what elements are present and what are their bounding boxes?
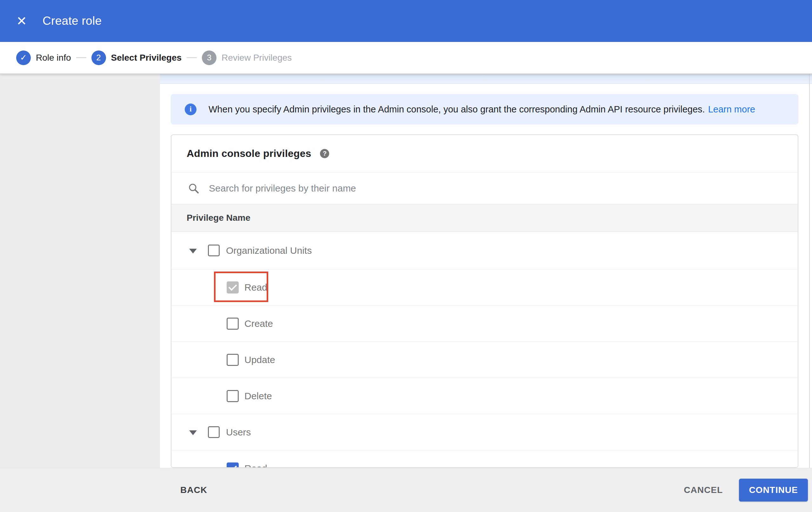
- step-role-info[interactable]: ✓ Role info: [16, 51, 71, 65]
- privilege-table-header: Privilege Name: [171, 204, 798, 232]
- left-sidebar: [0, 74, 160, 468]
- privilege-label: Create: [244, 318, 273, 329]
- step-label: Role info: [36, 53, 71, 63]
- scroll-edge-line: [809, 74, 810, 468]
- highlight-box: [214, 272, 268, 302]
- privilege-label: Users: [226, 427, 251, 438]
- help-icon[interactable]: ?: [320, 149, 329, 158]
- step-number: 3: [202, 51, 216, 65]
- row-ou-create: Create: [171, 305, 798, 342]
- expand-caret-icon[interactable]: [189, 430, 197, 435]
- back-button[interactable]: BACK: [180, 485, 207, 495]
- users-checkbox[interactable]: [208, 426, 220, 438]
- dialog-titlebar: ✕ Create role: [0, 0, 812, 42]
- organizational-units-checkbox[interactable]: [208, 245, 220, 256]
- privilege-label: Organizational Units: [226, 245, 312, 256]
- row-organizational-units: Organizational Units: [171, 232, 798, 269]
- delete-checkbox[interactable]: [227, 390, 239, 402]
- privilege-label: Update: [244, 354, 275, 365]
- step-label: Select Privileges: [111, 53, 182, 63]
- step-number: 2: [91, 51, 106, 65]
- dialog-title: Create role: [42, 14, 102, 28]
- privilege-label: Delete: [244, 391, 272, 402]
- step-separator: [187, 57, 197, 58]
- row-users-read: Read: [171, 450, 798, 468]
- row-ou-delete: Delete: [171, 378, 798, 414]
- row-ou-update: Update: [171, 342, 798, 378]
- row-ou-read: Read: [171, 269, 798, 305]
- learn-more-link[interactable]: Learn more: [708, 104, 755, 115]
- info-banner: i When you specify Admin privileges in t…: [171, 94, 799, 125]
- cancel-button[interactable]: CANCEL: [684, 485, 723, 495]
- privilege-label: Read: [244, 463, 267, 468]
- card-title: Admin console privileges: [187, 148, 311, 159]
- search-icon: [188, 183, 199, 194]
- step-separator: [76, 57, 86, 58]
- create-checkbox[interactable]: [227, 318, 239, 330]
- card-header: Admin console privileges ?: [171, 135, 798, 172]
- continue-button[interactable]: CONTINUE: [739, 479, 808, 502]
- admin-privileges-card: Admin console privileges ? Search for pr…: [171, 134, 799, 468]
- step-label: Review Privileges: [222, 53, 292, 63]
- users-read-checkbox[interactable]: [227, 462, 239, 468]
- step-select-privileges[interactable]: 2 Select Privileges: [91, 51, 182, 65]
- step-check-icon: ✓: [16, 51, 31, 65]
- search-placeholder: Search for privileges by their name: [209, 183, 356, 194]
- content-top-strip: [160, 74, 812, 84]
- read-checkbox[interactable]: [227, 281, 239, 294]
- step-review-privileges[interactable]: 3 Review Privileges: [202, 51, 292, 65]
- action-bar: BACK CANCEL CONTINUE: [0, 468, 812, 512]
- privilege-search[interactable]: Search for privileges by their name: [171, 172, 798, 204]
- banner-text: When you specify Admin privileges in the…: [208, 104, 705, 115]
- update-checkbox[interactable]: [227, 354, 239, 366]
- row-users: Users: [171, 414, 798, 450]
- column-header-privilege-name: Privilege Name: [187, 213, 251, 223]
- expand-caret-icon[interactable]: [189, 249, 197, 253]
- info-icon: i: [185, 104, 197, 115]
- stepper: ✓ Role info 2 Select Privileges 3 Review…: [0, 42, 812, 74]
- close-icon[interactable]: ✕: [15, 15, 28, 27]
